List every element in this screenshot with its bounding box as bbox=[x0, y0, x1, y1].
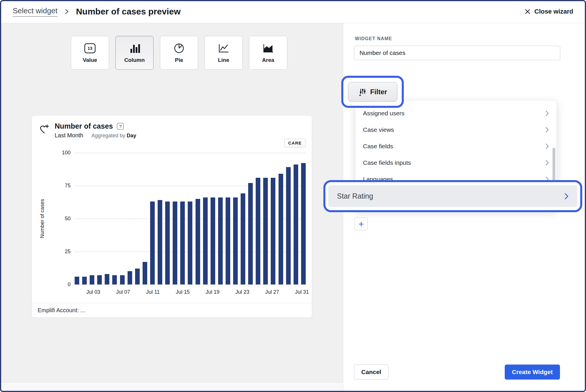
bar bbox=[203, 197, 208, 284]
bar bbox=[226, 197, 230, 284]
bar bbox=[196, 199, 200, 284]
bar bbox=[135, 269, 140, 284]
chevron-right-icon bbox=[545, 127, 549, 133]
bar bbox=[75, 277, 79, 284]
chart-type-selector: 13 Value Column Pie bbox=[71, 36, 287, 70]
breadcrumb-select-widget[interactable]: Select widget bbox=[13, 6, 58, 17]
pie-chart-icon bbox=[173, 42, 185, 54]
bar bbox=[112, 275, 117, 284]
x-axis-tick: Jul 11 bbox=[146, 289, 160, 295]
area-chart-icon bbox=[262, 42, 274, 54]
svg-text:13: 13 bbox=[88, 46, 93, 51]
bar bbox=[218, 197, 223, 284]
aggregation-prefix: Aggregated by bbox=[91, 133, 125, 138]
dropdown-item-label: Case fields bbox=[363, 143, 393, 150]
x-axis-tick: Jul 31 bbox=[295, 289, 309, 295]
column-chart-icon bbox=[128, 42, 141, 54]
star-rating-label: Star Rating bbox=[337, 192, 373, 200]
bar bbox=[180, 201, 185, 284]
bar bbox=[120, 275, 125, 284]
chart-aggregation: Aggregated by Day bbox=[91, 133, 136, 139]
aggregation-value: Day bbox=[127, 133, 136, 138]
add-filter-button[interactable]: + bbox=[355, 217, 368, 230]
bar bbox=[256, 178, 260, 284]
chart-header: Number of cases ? bbox=[55, 122, 124, 130]
bar bbox=[188, 201, 192, 284]
bar bbox=[286, 167, 291, 284]
chart-type-value-button[interactable]: 13 Value bbox=[71, 36, 109, 70]
star-rating-highlight-annotation: Star Rating bbox=[323, 180, 582, 212]
bar bbox=[165, 201, 170, 284]
bar bbox=[211, 197, 215, 284]
widget-name-input[interactable] bbox=[354, 46, 560, 60]
chart-title: Number of cases bbox=[55, 122, 113, 130]
close-icon bbox=[525, 9, 530, 14]
bar bbox=[271, 178, 275, 284]
cancel-button[interactable]: Cancel bbox=[354, 365, 388, 380]
horizontal-scrollbar-track[interactable] bbox=[0, 382, 343, 392]
bar bbox=[248, 183, 253, 284]
page-title: Number of cases preview bbox=[76, 7, 181, 16]
bar bbox=[173, 201, 177, 284]
bar bbox=[241, 193, 245, 284]
dropdown-item-label: Case fields inputs bbox=[363, 159, 411, 166]
bar bbox=[97, 275, 102, 284]
bar bbox=[279, 174, 283, 284]
bar bbox=[105, 274, 109, 284]
bar bbox=[90, 275, 94, 284]
chevron-right-icon bbox=[545, 160, 549, 166]
filter-dropdown-list: Assigned usersCase viewsCase fieldsCase … bbox=[355, 105, 556, 187]
breadcrumb-chevron-icon bbox=[65, 8, 69, 15]
y-axis-title-wrap: Number of cases bbox=[39, 153, 45, 284]
preview-area: 13 Value Column Pie bbox=[0, 23, 343, 392]
bar bbox=[233, 197, 238, 284]
care-badge: CARE bbox=[284, 139, 305, 147]
close-wizard-button[interactable]: Close wizard bbox=[525, 8, 573, 15]
chart-type-label: Value bbox=[83, 57, 97, 63]
y-axis-title: Number of cases bbox=[39, 199, 45, 238]
bar bbox=[150, 201, 155, 284]
x-axis-tick: Jul 15 bbox=[176, 289, 190, 295]
chart-type-label: Column bbox=[124, 57, 145, 63]
bar-chart-plot: Jul 03Jul 07Jul 11Jul 15Jul 19Jul 23Jul … bbox=[75, 153, 306, 284]
bar bbox=[263, 178, 268, 284]
chart-type-area-button[interactable]: Area bbox=[249, 36, 287, 70]
widget-preview-card: Number of cases ? Last Month Aggregated … bbox=[32, 116, 312, 317]
chevron-right-icon bbox=[564, 193, 569, 200]
bar bbox=[158, 200, 162, 284]
y-axis-tick: 50 bbox=[65, 216, 71, 222]
widget-name-label: WIDGET NAME bbox=[355, 36, 392, 41]
y-axis-tick: 25 bbox=[65, 249, 71, 255]
help-icon[interactable]: ? bbox=[117, 123, 124, 130]
y-axis-tick: 0 bbox=[68, 282, 71, 288]
chart-type-label: Line bbox=[218, 57, 229, 63]
care-widget-icon bbox=[39, 124, 50, 136]
dropdown-item[interactable]: Case views bbox=[355, 121, 556, 138]
x-axis-tick: Jul 19 bbox=[206, 289, 220, 295]
chevron-right-icon bbox=[545, 110, 549, 117]
close-wizard-label: Close wizard bbox=[535, 8, 573, 15]
chart-subheader: Last Month Aggregated by Day bbox=[55, 132, 136, 139]
chart-type-label: Area bbox=[262, 57, 274, 63]
bar bbox=[82, 277, 87, 284]
chart-type-column-button[interactable]: Column bbox=[115, 36, 154, 70]
chart-type-line-button[interactable]: Line bbox=[204, 36, 243, 70]
value-widget-icon: 13 bbox=[84, 42, 96, 54]
dropdown-item[interactable]: Case fields bbox=[355, 138, 556, 154]
y-axis-tick: 75 bbox=[65, 183, 71, 189]
chart-bars bbox=[75, 153, 306, 284]
bar bbox=[294, 164, 298, 284]
wizard-header: Select widget Number of cases preview Cl… bbox=[0, 0, 586, 23]
chart-period: Last Month bbox=[55, 132, 83, 139]
widget-wizard-window: Select widget Number of cases preview Cl… bbox=[0, 0, 586, 392]
chart-footer: Emplifi Account: ... bbox=[32, 303, 312, 317]
create-widget-button[interactable]: Create Widget bbox=[505, 365, 560, 380]
dropdown-item-star-rating[interactable]: Star Rating bbox=[328, 185, 577, 207]
filter-button[interactable]: Filter bbox=[348, 82, 397, 101]
dropdown-item[interactable]: Case fields inputs bbox=[355, 154, 556, 171]
chart-type-pie-button[interactable]: Pie bbox=[160, 36, 198, 70]
grid-line bbox=[75, 284, 306, 285]
dropdown-item-label: Case views bbox=[363, 126, 394, 133]
filter-highlight-annotation: Filter bbox=[341, 76, 404, 108]
filter-button-label: Filter bbox=[370, 88, 387, 96]
